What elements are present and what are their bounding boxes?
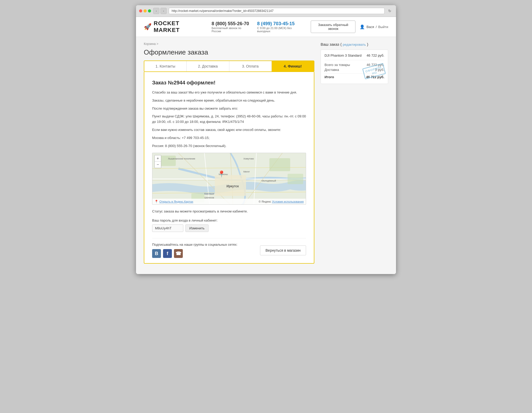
- logo-text: ROCKET MARKET: [154, 20, 204, 34]
- password-section: Ваш пароль для входа в личный кабинет: И…: [152, 218, 306, 232]
- fb-letter: f: [167, 251, 168, 256]
- svg-rect-10: [160, 156, 176, 166]
- order-item-price: 46 722 руб.: [367, 54, 384, 57]
- page-content: 🚀 ROCKET MARKET 8 (800) 555-26-70 Беспла…: [136, 17, 396, 274]
- phone-number-2[interactable]: 8 (499) 703-45-15: [257, 21, 303, 26]
- open-yandex-maps-link[interactable]: Открыть в Яндекс.Картах: [159, 200, 193, 203]
- svg-rect-11: [269, 158, 290, 171]
- svg-text:Хомутово: Хомутово: [243, 157, 254, 160]
- ig-letter: ☎: [176, 251, 181, 256]
- svg-text:Мегет: Мегет: [243, 170, 250, 173]
- svg-text:Лышелансков поселение: Лышелансков поселение: [168, 157, 195, 160]
- delivery-label: Доставка: [325, 68, 339, 72]
- order-text-1: Спасибо за ваш заказ! Мы его уже получил…: [152, 90, 306, 95]
- user-name: Вася: [366, 25, 374, 29]
- svg-rect-12: [288, 174, 303, 184]
- sidebar-title: Ваш заказ ( редактировать ): [321, 42, 388, 46]
- logo[interactable]: 🚀 ROCKET MARKET: [144, 20, 204, 34]
- social-section: Подписывайтесь на наши группы в социальн…: [152, 238, 306, 258]
- callback-button[interactable]: Заказать обратный звонок: [311, 21, 355, 33]
- order-card: DJI Phantom 3 Standard 46 722 руб. Всего…: [321, 50, 388, 84]
- minimize-dot[interactable]: [144, 9, 147, 12]
- steps-bar: 1. Контакты 2. Доставка 3. Оплата 4. Фин…: [144, 61, 314, 72]
- social-left: Подписывайтесь на наши группы в социальн…: [152, 243, 237, 258]
- delivery-value: 0 руб.: [375, 68, 384, 72]
- user-area: 👤 Вася / Выйти: [360, 24, 388, 29]
- phone-block-2: 8 (499) 703-45-15 С 9:00 до 21:00 (МСК) …: [257, 21, 303, 33]
- order-text-4: Пункт выдачи СДЭК: улю Ширямова, д. 24, …: [152, 114, 306, 125]
- zoom-in-button[interactable]: +: [155, 155, 161, 162]
- page-title: Оформление заказа: [144, 48, 314, 56]
- url-bar[interactable]: http://rocket-market.ru/personal/order/m…: [169, 8, 385, 14]
- phone-number-1[interactable]: 8 (800) 555-26-70: [212, 21, 249, 26]
- order-text-7: Россия: 8 (800) 555-26-70 (звонок беспла…: [152, 143, 306, 149]
- step-3[interactable]: 3. Оплата: [229, 61, 272, 71]
- social-label: Подписывайтесь на наши группы в социальн…: [152, 243, 237, 247]
- step-2[interactable]: 2. Доставка: [187, 61, 229, 71]
- main-area: Корзина > Оформление заказа 1. Контакты …: [136, 37, 396, 274]
- map-footer: 📍 Открыть в Яндекс.Картах © Яндекс Услов…: [152, 199, 306, 204]
- delivery-row: Доставка 0 руб.: [325, 68, 384, 72]
- password-label: Ваш пароль для входа в личный кабинет:: [152, 218, 306, 222]
- maximize-dot[interactable]: [148, 9, 151, 12]
- refresh-btn[interactable]: ↻: [387, 8, 393, 14]
- back-to-shop-button[interactable]: Вернуться в магазин: [260, 245, 306, 255]
- breadcrumb: Корзина >: [144, 42, 314, 46]
- back-nav-btn[interactable]: ‹: [153, 8, 159, 14]
- step-1[interactable]: 1. Контакты: [144, 61, 187, 71]
- user-icon: 👤: [360, 24, 365, 29]
- header-right: Заказать обратный звонок 👤 Вася / Выйти: [311, 21, 388, 33]
- content-column: Корзина > Оформление заказа 1. Контакты …: [144, 42, 314, 264]
- svg-text:Иркутск: Иркутск: [226, 184, 239, 188]
- order-totals: Всего за товары 46 722 руб. Доставка 0 р…: [325, 63, 384, 79]
- zoom-out-button[interactable]: −: [155, 162, 161, 168]
- order-item-row: DJI Phantom 3 Standard 46 722 руб.: [325, 54, 384, 60]
- facebook-icon[interactable]: f: [163, 249, 172, 258]
- order-text-6: Москва и область: +7 499 703-45-15;: [152, 135, 306, 141]
- svg-text:Баклаши: Баклаши: [204, 192, 214, 195]
- forward-nav-btn[interactable]: ›: [160, 8, 167, 14]
- map-footer-left: 📍 Открыть в Яндекс.Картах: [154, 200, 193, 203]
- browser-nav: ‹ ›: [153, 8, 167, 14]
- map-copyright: © Яндекс Условия использования: [259, 200, 304, 203]
- vk-icon[interactable]: В: [152, 249, 161, 258]
- phone-desc-2: С 9:00 до 21:00 (МСК) без выходных: [257, 26, 303, 33]
- vk-letter: В: [155, 251, 158, 256]
- total-label: Итого: [325, 75, 334, 79]
- subtotal-value: 46 722 руб.: [367, 63, 384, 67]
- logo-icon: 🚀: [144, 23, 152, 30]
- edit-order-link[interactable]: редактировать: [343, 43, 366, 46]
- change-password-button[interactable]: Изменить: [185, 224, 209, 232]
- browser-window: ‹ › http://rocket-market.ru/personal/ord…: [136, 5, 396, 274]
- password-row: Изменить: [152, 224, 306, 232]
- map-marker: 📍: [218, 170, 225, 178]
- map-zoom-controls: + −: [154, 155, 161, 168]
- instagram-icon[interactable]: ☎: [174, 249, 183, 258]
- logout-link[interactable]: Выйти: [378, 25, 388, 29]
- order-text: Спасибо за ваш заказ! Мы его уже получил…: [152, 90, 306, 149]
- password-field[interactable]: [152, 224, 183, 232]
- order-box: Заказ №2944 оформлен! Спасибо за ваш зак…: [144, 72, 314, 264]
- sidebar: Ваш заказ ( редактировать ) DJI Phantom …: [321, 42, 388, 84]
- map-background: Иркутск Лышелансков поселение Хомутово М…: [152, 153, 306, 204]
- phone-desc-1: Бесплатный звонок по России: [212, 26, 249, 33]
- order-text-3: После подтверждения заказа вы сможете за…: [152, 106, 306, 111]
- close-dot[interactable]: [139, 9, 142, 12]
- browser-chrome: ‹ › http://rocket-market.ru/personal/ord…: [136, 5, 396, 17]
- map-terms-link[interactable]: Условия использования: [272, 200, 304, 203]
- total-row: Итого 46 722 руб.: [325, 73, 384, 79]
- map-pin-icon: 📍: [154, 200, 158, 203]
- social-icons: В f ☎: [152, 249, 237, 258]
- browser-dots: [139, 9, 151, 12]
- status-text: Статус заказа вы можете просматривать в …: [152, 209, 306, 214]
- svg-text:Молодёжный: Молодёжный: [262, 179, 276, 182]
- order-text-5: Если вам нужно изменить состав заказа, с…: [152, 127, 306, 133]
- step-4[interactable]: 4. Финиш!: [272, 61, 314, 71]
- order-item-name: DJI Phantom 3 Standard: [325, 54, 361, 57]
- total-value: 46 722 руб.: [366, 75, 384, 79]
- subtotal-row: Всего за товары 46 722 руб.: [325, 63, 384, 67]
- order-text-2: Заказы, сделанные в нерабочее время, обр…: [152, 98, 306, 103]
- order-title: Заказ №2944 оформлен!: [152, 80, 306, 86]
- map-container: Иркутск Лышелансков поселение Хомутово М…: [152, 153, 306, 205]
- breadcrumb-link[interactable]: Корзина >: [144, 42, 158, 46]
